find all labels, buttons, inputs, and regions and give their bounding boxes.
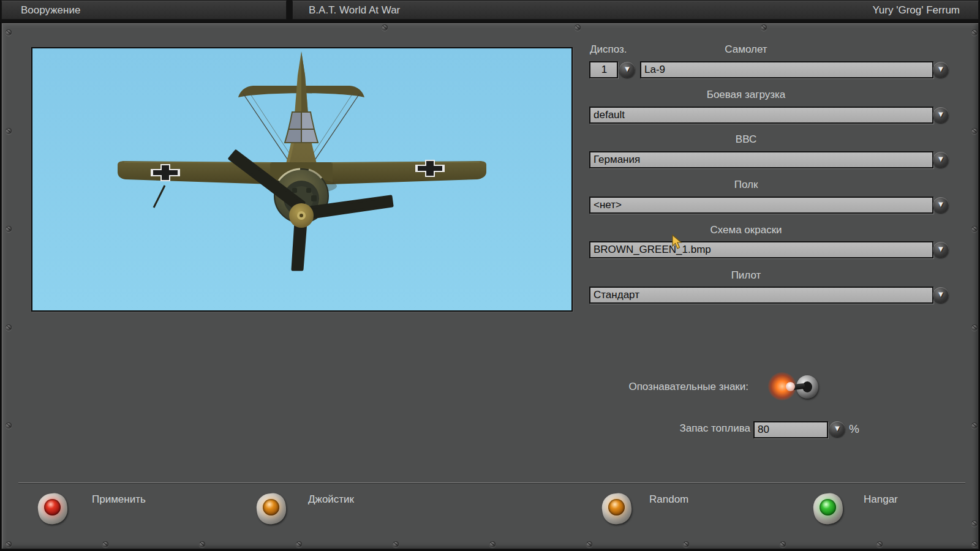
regiment-combobox[interactable]: <нет> — [589, 197, 933, 214]
airforce-dropdown-button[interactable]: ▼ — [933, 152, 949, 168]
screw-icon — [683, 541, 689, 547]
arming-screen: Вооружение B.A.T. World At War Yury 'Gro… — [0, 0, 980, 551]
fuel-field[interactable]: 80 — [753, 421, 828, 438]
hangar-button[interactable]: Hangar — [864, 493, 898, 506]
pilot-label: Пилот — [575, 269, 918, 282]
chevron-down-icon: ▼ — [933, 245, 949, 253]
airforce-label: ВВС — [575, 133, 918, 146]
dispos-dropdown-button[interactable]: ▼ — [619, 62, 635, 78]
apply-button[interactable]: Применить — [92, 493, 146, 506]
fuel-dropdown-button[interactable]: ▼ — [829, 421, 845, 437]
divider — [18, 482, 965, 483]
chevron-down-icon: ▼ — [933, 65, 949, 73]
aircraft-combobox[interactable]: La-9 — [640, 61, 933, 78]
loadout-label: Боевая загрузка — [575, 89, 918, 101]
top-tab-bar: Вооружение B.A.T. World At War Yury 'Gro… — [0, 0, 980, 22]
chevron-down-icon: ▼ — [619, 65, 635, 73]
screw-icon — [6, 29, 12, 36]
aircraft-image — [32, 48, 571, 310]
aircraft-label: Самолет — [575, 43, 918, 56]
amber-led-icon — [263, 499, 279, 515]
screw-icon — [393, 541, 399, 547]
screw-icon — [199, 541, 205, 547]
screw-icon — [296, 541, 302, 547]
regiment-label: Полк — [575, 179, 918, 191]
screw-icon — [586, 541, 592, 547]
hangar-led-button[interactable] — [813, 493, 843, 524]
chevron-down-icon: ▼ — [933, 110, 949, 118]
title-bar: B.A.T. World At War Yury 'Grog' Ferrum — [292, 1, 979, 20]
dispos-field[interactable]: 1 — [589, 61, 618, 78]
pilot-dropdown-button[interactable]: ▼ — [933, 287, 949, 303]
chevron-down-icon: ▼ — [933, 200, 949, 208]
chevron-down-icon: ▼ — [933, 155, 949, 163]
screw-icon — [102, 541, 108, 547]
random-led-button[interactable] — [602, 493, 631, 524]
app-title: B.A.T. World At War — [309, 4, 400, 16]
airforce-combobox[interactable]: Германия — [589, 151, 933, 168]
screw-icon — [971, 29, 978, 36]
mouse-cursor — [671, 234, 684, 250]
aircraft-dropdown-button[interactable]: ▼ — [933, 62, 949, 78]
fuel-unit: % — [849, 422, 859, 436]
red-led-icon — [44, 499, 61, 515]
chevron-down-icon: ▼ — [829, 424, 845, 432]
paint-scheme-combobox[interactable]: BROWN_GREEN_1.bmp — [589, 241, 933, 258]
screw-icon — [761, 24, 767, 31]
joystick-led-button[interactable] — [257, 493, 286, 524]
screw-icon — [971, 520, 978, 527]
screw-icon — [575, 24, 581, 31]
screw-icon — [971, 324, 978, 331]
markings-label: Опознавательные знаки: — [551, 381, 748, 393]
regiment-dropdown-button[interactable]: ▼ — [933, 197, 949, 213]
player-name: Yury 'Grog' Ferrum — [872, 1, 960, 19]
screw-icon — [780, 541, 786, 547]
screw-icon — [6, 128, 12, 134]
green-led-icon — [820, 499, 836, 515]
amber-led-icon — [608, 499, 625, 515]
screw-icon — [6, 422, 12, 429]
aircraft-preview — [31, 47, 573, 312]
screw-icon — [971, 541, 978, 547]
paint-scheme-label: Схема окраски — [575, 224, 918, 236]
tab-armament-label: Вооружение — [21, 4, 80, 16]
screw-icon — [876, 541, 883, 547]
screw-icon — [971, 226, 978, 232]
screw-icon — [971, 422, 978, 429]
random-button[interactable]: Random — [649, 493, 688, 506]
chevron-down-icon: ▼ — [933, 290, 949, 298]
tab-armament[interactable]: Вооружение — [1, 1, 287, 20]
pilot-combobox[interactable]: Стандарт — [589, 287, 933, 304]
screw-icon — [382, 24, 388, 31]
screw-icon — [971, 128, 978, 134]
screw-icon — [489, 541, 496, 547]
fuel-label: Запас топлива — [612, 422, 750, 435]
apply-led-button[interactable] — [38, 493, 67, 524]
markings-toggle-knob[interactable] — [786, 382, 795, 391]
screw-icon — [6, 226, 12, 232]
loadout-dropdown-button[interactable]: ▼ — [933, 107, 949, 123]
joystick-button[interactable]: Джойстик — [308, 493, 354, 506]
screw-icon — [6, 541, 12, 547]
loadout-combobox[interactable]: default — [589, 107, 933, 124]
paint-scheme-dropdown-button[interactable]: ▼ — [933, 242, 949, 258]
screw-icon — [6, 324, 12, 331]
